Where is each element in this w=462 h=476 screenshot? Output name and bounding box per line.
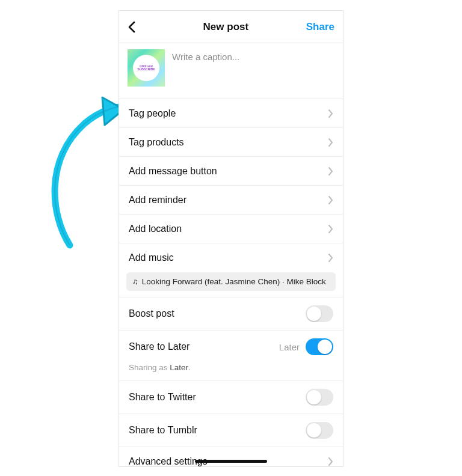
sharing-as-prefix: Sharing as [129,363,170,372]
chevron-right-icon [328,457,333,466]
chevron-right-icon [328,253,333,263]
music-suggestion-chip[interactable]: ♫ Looking Forward (feat. Jasmine Chen) ·… [126,272,336,291]
share-later-section: Share to Later Later Sharing as Later. [119,331,343,381]
chevron-right-icon [328,195,333,205]
page-title: New post [203,21,249,33]
row-share-to-tumblr: Share to Tumblr [119,414,343,447]
chevron-right-icon [328,224,333,234]
row-tag-products[interactable]: Tag products [119,128,343,157]
row-add-message-button[interactable]: Add message button [119,157,343,186]
row-label: Share to Tumblr [129,425,197,436]
chevron-right-icon [328,109,333,118]
chevron-right-icon [328,138,333,147]
thumbnail-text: LIKE and SUBSCRIBE [133,55,159,81]
share-button[interactable]: Share [306,21,334,33]
row-label: Boost post [129,308,174,319]
back-button[interactable] [128,21,146,33]
post-thumbnail[interactable]: LIKE and SUBSCRIBE [128,49,165,87]
row-label: Share to Twitter [129,392,196,403]
chevron-right-icon [328,166,333,176]
row-label: Tag people [129,108,176,119]
row-label: Tag products [129,137,184,148]
row-share-to-later: Share to Later Later [119,331,343,363]
music-section: Add music ♫ Looking Forward (feat. Jasmi… [119,243,343,298]
caption-input[interactable]: Write a caption... [172,49,334,87]
share-later-right-label: Later [279,342,300,352]
header-bar: New post Share [119,11,343,43]
chevron-left-icon [128,21,136,33]
music-note-icon: ♫ [132,277,138,286]
sharing-as-text: Sharing as Later. [119,363,343,380]
row-advanced-settings[interactable]: Advanced settings [119,447,343,467]
row-label: Share to Later [129,341,189,352]
row-share-to-twitter: Share to Twitter [119,381,343,414]
sharing-as-suffix: . [188,363,191,372]
row-add-music[interactable]: Add music [119,243,343,272]
row-add-reminder[interactable]: Add reminder [119,186,343,215]
row-label: Add music [129,252,174,263]
toggle-share-to-twitter[interactable] [306,389,333,406]
row-tag-people[interactable]: Tag people [119,99,343,128]
toggle-share-to-tumblr[interactable] [306,422,333,439]
caption-section: LIKE and SUBSCRIBE Write a caption... [119,43,343,99]
row-label: Add location [129,224,182,234]
home-indicator[interactable] [195,460,267,463]
toggle-boost-post[interactable] [306,305,333,322]
music-suggestion-label: Looking Forward (feat. Jasmine Chen) · M… [142,277,326,286]
toggle-share-to-later[interactable] [306,338,333,355]
row-label: Add reminder [129,195,186,206]
row-boost-post: Boost post [119,298,343,331]
sharing-as-name: Later [170,363,188,372]
row-add-location[interactable]: Add location [119,215,343,243]
row-label: Add message button [129,166,217,177]
new-post-screen: New post Share LIKE and SUBSCRIBE Write … [119,10,343,467]
